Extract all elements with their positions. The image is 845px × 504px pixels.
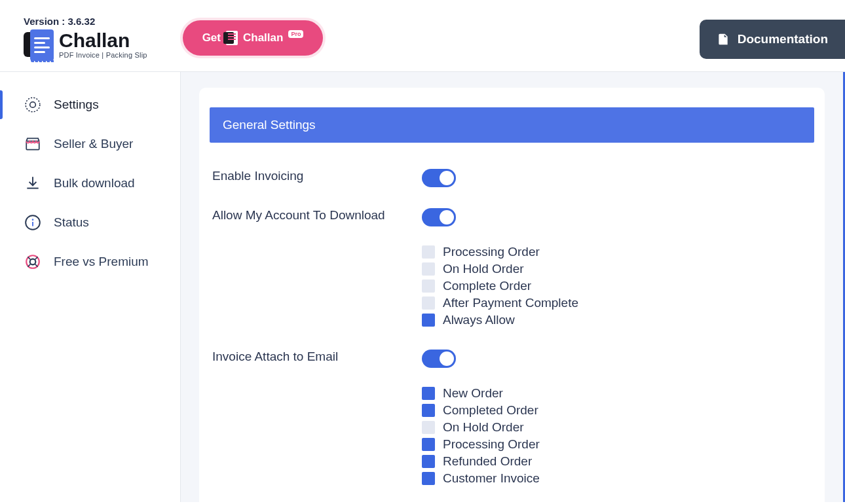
sidebar-item-bulk-download[interactable]: Bulk download xyxy=(0,164,180,203)
download-icon xyxy=(24,174,42,192)
svg-point-6 xyxy=(30,259,36,265)
info-icon xyxy=(24,213,42,232)
get-pro-name: Challan xyxy=(243,31,283,45)
logo-text: Challan PDF Invoice | Packing Slip xyxy=(59,31,147,59)
pro-badge: Pro xyxy=(288,30,303,38)
checkbox-label: Always Allow xyxy=(443,313,515,327)
logo-title: Challan xyxy=(59,31,147,50)
sidebar-item-label: Status xyxy=(54,215,89,230)
checkbox-refunded-order[interactable]: Refunded Order xyxy=(422,453,812,470)
sidebar-item-label: Free vs Premium xyxy=(54,255,149,269)
sidebar-item-status[interactable]: Status xyxy=(0,203,180,242)
checkbox-customer-invoice[interactable]: Customer Invoice xyxy=(422,470,812,487)
logo-subtitle: PDF Invoice | Packing Slip xyxy=(59,52,147,59)
version-label: Version : 3.6.32 xyxy=(24,16,95,27)
checkbox-label: Complete Order xyxy=(443,279,531,293)
document-icon xyxy=(717,31,730,47)
checkbox-after-payment-complete[interactable]: After Payment Complete xyxy=(422,295,812,312)
checkbox-label: Refunded Order xyxy=(443,454,532,469)
setting-row-allow-download: Allow My Account To Download Processing … xyxy=(210,202,814,343)
setting-label: Allow My Account To Download xyxy=(212,208,422,223)
setting-label: Enable Invoicing xyxy=(212,169,422,183)
checkbox-processing-order-email[interactable]: Processing Order xyxy=(422,436,812,453)
checkbox-icon xyxy=(422,314,435,327)
sidebar-item-seller-buyer[interactable]: Seller & Buyer xyxy=(0,124,180,164)
checkbox-icon xyxy=(422,438,435,451)
documentation-button[interactable]: Documentation xyxy=(700,20,845,59)
checkbox-label: Customer Invoice xyxy=(443,471,540,486)
content: General Settings Enable Invoicing Allow … xyxy=(181,72,845,502)
checkbox-completed-order[interactable]: Completed Order xyxy=(422,402,812,419)
setting-label: Invoice Attach to Email xyxy=(212,350,422,364)
checkbox-new-order[interactable]: New Order xyxy=(422,385,812,402)
logo-icon xyxy=(24,29,54,60)
checkbox-icon xyxy=(422,245,435,259)
attach-email-options: New Order Completed Order On Hold Order xyxy=(422,385,812,487)
body: Settings Seller & Buyer Bulk download St… xyxy=(0,72,845,502)
toggle-enable-invoicing[interactable] xyxy=(422,169,456,187)
checkbox-icon xyxy=(422,387,435,400)
toggle-allow-download[interactable] xyxy=(422,208,456,226)
sidebar-item-label: Bulk download xyxy=(54,176,135,190)
checkbox-label: On Hold Order xyxy=(443,420,524,435)
checkbox-label: Processing Order xyxy=(443,245,540,259)
sidebar-item-settings[interactable]: Settings xyxy=(0,85,180,124)
checkbox-processing-order[interactable]: Processing Order xyxy=(422,243,812,261)
sidebar-item-label: Seller & Buyer xyxy=(54,137,133,151)
checkbox-label: On Hold Order xyxy=(443,262,524,276)
svg-point-0 xyxy=(26,98,40,112)
settings-card: General Settings Enable Invoicing Allow … xyxy=(199,88,825,502)
checkbox-label: New Order xyxy=(443,386,503,401)
logo: Challan PDF Invoice | Packing Slip xyxy=(24,29,147,60)
allow-download-options: Processing Order On Hold Order Complete … xyxy=(422,243,812,329)
version-block: Version : 3.6.32 Challan PDF Invoice | P… xyxy=(24,16,147,60)
checkbox-icon xyxy=(422,472,435,485)
sidebar: Settings Seller & Buyer Bulk download St… xyxy=(0,72,181,502)
checkbox-icon xyxy=(422,297,435,310)
setting-row-attach-email: Invoice Attach to Email New Order Comple… xyxy=(210,343,814,501)
checkbox-icon xyxy=(422,279,435,293)
checkbox-label: After Payment Complete xyxy=(443,296,578,310)
checkbox-on-hold-order[interactable]: On Hold Order xyxy=(422,261,812,278)
checkbox-complete-order[interactable]: Complete Order xyxy=(422,278,812,295)
checkbox-label: Processing Order xyxy=(443,437,540,452)
setting-row-enable-invoicing: Enable Invoicing xyxy=(210,162,814,202)
get-pro-button[interactable]: Get Challan Pro xyxy=(183,20,324,56)
checkbox-icon xyxy=(422,262,435,276)
checkbox-icon xyxy=(422,404,435,417)
sidebar-item-label: Settings xyxy=(54,98,99,112)
svg-point-1 xyxy=(30,102,36,108)
svg-point-4 xyxy=(32,219,34,221)
documentation-label: Documentation xyxy=(738,32,828,46)
header: Version : 3.6.32 Challan PDF Invoice | P… xyxy=(0,0,845,72)
toggle-attach-email[interactable] xyxy=(422,350,456,368)
checkbox-on-hold-order-email[interactable]: On Hold Order xyxy=(422,419,812,436)
checkbox-always-allow[interactable]: Always Allow xyxy=(422,312,812,329)
checkbox-icon xyxy=(422,421,435,434)
gear-icon xyxy=(24,96,42,114)
checkbox-icon xyxy=(422,455,435,468)
checkbox-label: Completed Order xyxy=(443,403,538,418)
store-icon xyxy=(24,135,42,153)
lifebuoy-icon xyxy=(24,253,42,271)
challan-mini-icon xyxy=(226,31,238,45)
get-pro-prefix: Get xyxy=(202,31,221,45)
sidebar-item-free-vs-premium[interactable]: Free vs Premium xyxy=(0,242,180,281)
section-header: General Settings xyxy=(210,107,814,143)
